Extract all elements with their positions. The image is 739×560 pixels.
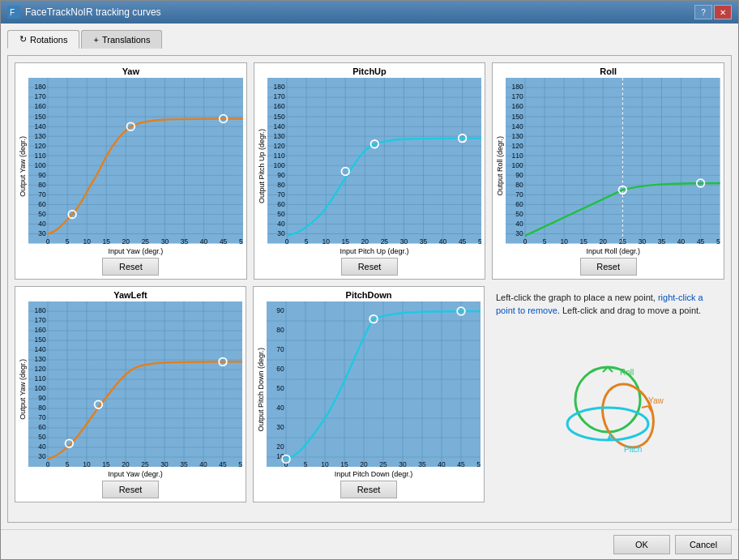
yawleft-title: YawLeft bbox=[113, 290, 147, 300]
content-area: ↻ Rotations + Translations Yaw Output Ya… bbox=[1, 24, 738, 529]
translations-tab-label: Translations bbox=[102, 35, 151, 45]
svg-text:35: 35 bbox=[180, 460, 188, 467]
svg-text:120: 120 bbox=[273, 142, 284, 150]
yawleft-reset-button[interactable]: Reset bbox=[102, 481, 159, 498]
svg-text:45: 45 bbox=[697, 237, 705, 244]
svg-text:70: 70 bbox=[277, 190, 285, 199]
rotations-tab-icon: ↻ bbox=[19, 34, 27, 45]
svg-text:Roll: Roll bbox=[620, 368, 634, 377]
pitchup-svg-wrapper[interactable]: 180 170 160 150 140 130 120 110 100 bbox=[267, 78, 482, 246]
svg-text:20: 20 bbox=[361, 237, 369, 244]
svg-text:40: 40 bbox=[277, 220, 285, 228]
svg-text:15: 15 bbox=[340, 460, 348, 467]
rotations-tab-label: Rotations bbox=[30, 35, 67, 45]
svg-text:40: 40 bbox=[516, 220, 524, 228]
svg-text:80: 80 bbox=[38, 404, 46, 412]
roll-reset-button[interactable]: Reset bbox=[580, 258, 637, 276]
yawleft-svg-wrapper[interactable]: 180 170 160 150 140 130 120 110 100 bbox=[28, 301, 242, 468]
yaw-chart-inner: 180 170 160 150 140 130 120 110 100 bbox=[28, 78, 243, 255]
svg-text:50: 50 bbox=[476, 460, 481, 467]
title-bar-controls: ? ✕ bbox=[694, 5, 732, 19]
svg-text:80: 80 bbox=[516, 181, 524, 189]
svg-text:70: 70 bbox=[38, 190, 46, 199]
svg-text:40: 40 bbox=[38, 442, 46, 451]
yawleft-y-label: Output Yaw (degr.) bbox=[19, 359, 27, 420]
svg-text:25: 25 bbox=[141, 460, 149, 467]
svg-text:5: 5 bbox=[66, 460, 70, 467]
svg-text:0: 0 bbox=[46, 460, 50, 467]
pitchdown-y-label: Output Pitch Down (degr.) bbox=[257, 348, 265, 432]
svg-text:130: 130 bbox=[35, 132, 46, 140]
svg-rect-60 bbox=[267, 78, 482, 244]
pitchup-x-label: Input Pitch Up (degr.) bbox=[267, 247, 482, 255]
ok-button[interactable]: OK bbox=[613, 535, 670, 554]
svg-text:15: 15 bbox=[102, 460, 110, 467]
help-button[interactable]: ? bbox=[694, 5, 712, 19]
svg-text:90: 90 bbox=[38, 171, 46, 179]
chart-pitchup: PitchUp Output Pitch Up (degr.) bbox=[254, 62, 486, 280]
svg-text:20: 20 bbox=[122, 460, 130, 467]
svg-text:130: 130 bbox=[273, 132, 284, 140]
svg-text:50: 50 bbox=[239, 237, 243, 244]
svg-text:80: 80 bbox=[38, 181, 46, 189]
svg-text:50: 50 bbox=[277, 210, 285, 218]
svg-text:140: 140 bbox=[35, 345, 46, 353]
title-bar: F FaceTrackNoIR tracking curves ? ✕ bbox=[1, 1, 738, 24]
info-text-3: . Left-click and drag to move a point. bbox=[557, 306, 701, 315]
charts-row-1: Yaw Output Yaw (degr.) bbox=[15, 62, 724, 280]
svg-text:30: 30 bbox=[516, 229, 524, 237]
pitchup-chart-area: Output Pitch Up (degr.) bbox=[258, 78, 482, 255]
svg-text:60: 60 bbox=[38, 423, 46, 431]
app-icon: F bbox=[7, 6, 20, 19]
svg-text:120: 120 bbox=[35, 142, 46, 150]
svg-text:30: 30 bbox=[160, 460, 169, 467]
svg-rect-2 bbox=[28, 78, 243, 244]
svg-text:30: 30 bbox=[639, 237, 647, 244]
tab-translations[interactable]: + Translations bbox=[81, 30, 162, 49]
yaw-svg-wrapper[interactable]: 180 170 160 150 140 130 120 110 100 bbox=[28, 78, 243, 246]
svg-text:80: 80 bbox=[276, 326, 284, 334]
svg-text:30: 30 bbox=[399, 237, 408, 244]
pitchdown-svg: 90 80 70 60 50 40 30 20 10 bbox=[267, 301, 481, 467]
svg-text:15: 15 bbox=[341, 237, 349, 244]
pitchup-title: PitchUp bbox=[352, 66, 387, 76]
roll-title: Roll bbox=[600, 66, 617, 76]
svg-text:100: 100 bbox=[273, 161, 284, 169]
roll-chart-area: Output Roll (degr.) bbox=[496, 78, 720, 255]
svg-text:50: 50 bbox=[716, 237, 720, 244]
svg-text:15: 15 bbox=[103, 237, 111, 244]
svg-text:35: 35 bbox=[419, 237, 427, 244]
svg-text:20: 20 bbox=[600, 237, 608, 244]
svg-text:110: 110 bbox=[512, 152, 523, 160]
close-button[interactable]: ✕ bbox=[714, 5, 732, 19]
svg-text:160: 160 bbox=[35, 326, 46, 334]
svg-text:100: 100 bbox=[35, 384, 46, 392]
yawleft-x-label: Input Yaw (degr.) bbox=[28, 470, 242, 478]
pitchdown-svg-wrapper[interactable]: 90 80 70 60 50 40 30 20 10 bbox=[267, 301, 481, 468]
window-title: FaceTrackNoIR tracking curves bbox=[25, 6, 161, 18]
svg-text:0: 0 bbox=[523, 237, 528, 244]
roll-svg-wrapper[interactable]: 180 170 160 150 140 130 120 110 100 bbox=[506, 78, 720, 246]
svg-text:45: 45 bbox=[457, 460, 465, 467]
info-text-1: Left-click the graph to place a new poin… bbox=[496, 293, 658, 302]
tab-rotations[interactable]: ↻ Rotations bbox=[7, 30, 79, 49]
svg-text:50: 50 bbox=[38, 210, 46, 218]
svg-text:20: 20 bbox=[360, 460, 368, 467]
cancel-button[interactable]: Cancel bbox=[675, 535, 732, 554]
svg-text:170: 170 bbox=[35, 92, 46, 100]
svg-text:5: 5 bbox=[66, 237, 70, 244]
yaw-y-label: Output Yaw (degr.) bbox=[19, 136, 27, 197]
pitchdown-chart-inner: 90 80 70 60 50 40 30 20 10 bbox=[267, 301, 481, 478]
svg-text:60: 60 bbox=[277, 200, 285, 208]
yaw-reset-button[interactable]: Reset bbox=[102, 258, 159, 276]
chart-pitchdown: PitchDown Output Pitch Down (degr.) bbox=[253, 286, 485, 502]
svg-text:30: 30 bbox=[277, 229, 285, 237]
tab-bar: ↻ Rotations + Translations bbox=[7, 30, 732, 49]
pitchup-svg: 180 170 160 150 140 130 120 110 100 bbox=[267, 78, 482, 244]
pitchup-reset-button[interactable]: Reset bbox=[341, 258, 398, 276]
svg-text:10: 10 bbox=[322, 237, 330, 244]
svg-text:15: 15 bbox=[580, 237, 588, 244]
svg-text:110: 110 bbox=[273, 152, 284, 160]
pitchdown-reset-button[interactable]: Reset bbox=[340, 481, 397, 498]
svg-text:40: 40 bbox=[200, 237, 208, 244]
